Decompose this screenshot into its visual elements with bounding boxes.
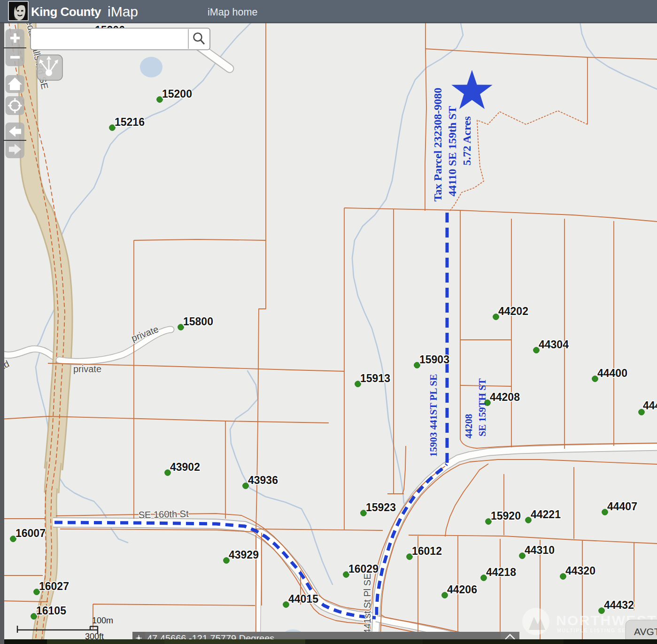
svg-text:15903 441ST PL SE: 15903 441ST PL SE: [428, 374, 439, 457]
svg-text:44310: 44310: [525, 544, 555, 556]
svg-text:44208: 44208: [463, 414, 474, 439]
svg-text:43929: 43929: [229, 549, 259, 561]
svg-text:16029: 16029: [348, 563, 379, 575]
svg-text:44415: 44415: [643, 399, 657, 412]
svg-text:43936: 43936: [248, 474, 278, 486]
svg-text:44202: 44202: [498, 305, 528, 317]
svg-text:44218: 44218: [486, 566, 516, 578]
svg-text:100m: 100m: [92, 616, 113, 625]
svg-text:15913: 15913: [360, 372, 390, 384]
svg-text:15923: 15923: [366, 501, 396, 514]
svg-text:44432: 44432: [604, 599, 634, 611]
svg-text:SE 159TH ST: SE 159TH ST: [477, 378, 488, 437]
svg-text:44221: 44221: [531, 508, 561, 521]
svg-text:44110 SE 159th ST: 44110 SE 159th ST: [446, 106, 458, 197]
svg-text:private: private: [73, 364, 101, 374]
svg-text:15216: 15216: [115, 116, 145, 128]
svg-text:15200: 15200: [162, 88, 192, 100]
svg-text:43902: 43902: [170, 461, 200, 473]
svg-text:15800: 15800: [183, 315, 213, 328]
svg-text:441st St Pl SE: 441st St Pl SE: [362, 574, 372, 634]
svg-text:16007: 16007: [15, 527, 46, 539]
svg-text:AVGT: AVGT: [634, 626, 657, 637]
svg-text:44015: 44015: [288, 593, 318, 605]
svg-text:iMap: iMap: [108, 4, 138, 19]
svg-text:44400: 44400: [597, 367, 627, 379]
svg-text:15903: 15903: [419, 353, 449, 366]
svg-text:16027: 16027: [39, 580, 69, 592]
svg-text:44320: 44320: [565, 565, 595, 577]
svg-text:15920: 15920: [491, 510, 521, 522]
svg-text:44208: 44208: [490, 391, 520, 403]
svg-text:Tax Parcel 232308-9080: Tax Parcel 232308-9080: [432, 88, 444, 202]
svg-text:44304: 44304: [539, 338, 569, 351]
svg-text:SE 160th St: SE 160th St: [139, 508, 189, 520]
svg-text:44206: 44206: [447, 583, 477, 596]
svg-text:16105: 16105: [36, 605, 66, 617]
svg-text:16012: 16012: [412, 545, 442, 557]
svg-text:44407: 44407: [607, 500, 637, 513]
svg-text:iMap home: iMap home: [208, 7, 257, 18]
svg-text:King County: King County: [31, 5, 101, 19]
svg-text:5.72 Acres: 5.72 Acres: [461, 116, 473, 166]
